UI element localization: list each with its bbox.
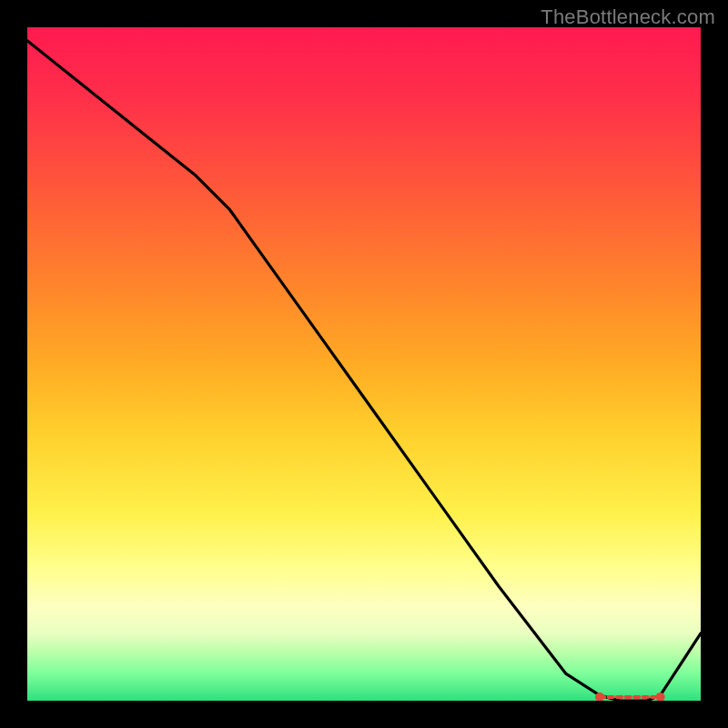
attribution-label: TheBottleneck.com — [541, 5, 715, 29]
optimum-end-dot — [656, 693, 665, 701]
series-curve — [27, 41, 701, 701]
curve-layer — [27, 27, 701, 701]
chart-root: TheBottleneck.com — [0, 0, 728, 728]
plot-area — [27, 27, 701, 701]
